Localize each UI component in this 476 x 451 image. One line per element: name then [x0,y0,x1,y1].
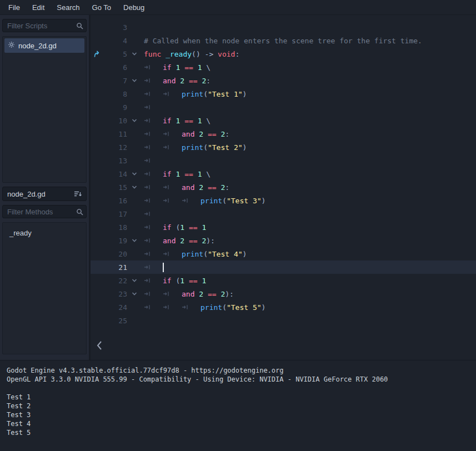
code-line-text: and 2 == 2: [142,183,229,192]
tab-indicator-icon [144,64,163,70]
line-number: 23 [103,290,127,298]
code-line-19[interactable]: 19and 2 == 2): [91,234,476,247]
code-line-24[interactable]: 24print("Test 5") [91,300,476,314]
code-line-14[interactable]: 14if 1 == 1 \ [91,167,476,181]
output-line: OpenGL API 3.3.0 NVIDIA 555.99 - Compati… [7,375,469,384]
code-line-text: if (1 == 1 [142,223,206,232]
tab-indicator-icon [144,251,163,257]
code-line-17[interactable]: 17 [91,207,476,221]
output-line: Test 5 [7,428,469,437]
code-line-8[interactable]: 8print("Test 1") [91,87,476,101]
menu-item-edit[interactable]: Edit [26,1,51,14]
tab-indicator-icon [163,291,182,297]
fold-arrow-icon[interactable] [127,238,142,243]
collapse-sidebar-button[interactable] [94,339,105,352]
output-line: Test 2 [7,402,469,410]
scripts-list: node_2d.gd [2,36,87,183]
menu-bar: FileEditSearchGo ToDebug [0,0,476,15]
gear-icon [8,41,15,50]
code-line-7[interactable]: 7and 2 == 2: [91,74,476,87]
filter-scripts-box [2,19,87,32]
code-line-text: if (1 == 1 [142,277,206,285]
output-line: Test 1 [7,393,469,402]
fold-arrow-icon[interactable] [127,78,142,83]
code-line-text: and 2 == 2: [142,130,229,138]
code-line-text: # Called when the node enters the scene … [142,37,422,45]
tab-indicator-icon [144,264,163,270]
code-line-text: print("Test 2") [142,143,247,152]
line-number: 21 [103,263,127,272]
filter-scripts-input[interactable] [2,19,87,32]
code-line-6[interactable]: 6if 1 == 1 \ [91,61,476,74]
code-line-16[interactable]: 16print("Test 3") [91,194,476,207]
tab-indicator-icon [163,184,182,190]
code-line-text: func _ready() -> void: [142,50,239,58]
current-script-name: node_2d.gd [2,187,87,201]
tab-indicator-icon [144,118,163,123]
line-number: 22 [103,277,127,285]
fold-arrow-icon[interactable] [127,118,142,123]
script-item-node_2d.gd[interactable]: node_2d.gd [4,38,84,53]
method-override-icon [91,51,103,58]
fold-arrow-icon[interactable] [127,52,142,56]
tab-indicator-icon [144,184,163,190]
code-line-21[interactable]: 21 [91,260,476,274]
code-line-text: if 1 == 1 \ [142,170,211,178]
line-number: 16 [103,197,127,205]
tab-indicator-icon [144,158,163,163]
sort-methods-button[interactable] [74,191,82,197]
menu-item-go-to[interactable]: Go To [86,1,117,14]
method-item-_ready[interactable]: _ready [3,225,86,241]
line-number: 18 [103,223,127,232]
tab-indicator-icon [144,144,163,150]
text-cursor [163,263,164,272]
methods-list: _ready [2,222,87,354]
tab-indicator-icon [144,304,163,310]
menu-item-debug[interactable]: Debug [117,1,151,14]
filter-methods-input[interactable] [2,205,87,218]
code-line-12[interactable]: 12print("Test 2") [91,141,476,154]
code-line-9[interactable]: 9 [91,101,476,114]
code-line-22[interactable]: 22if (1 == 1 [91,274,476,287]
code-line-13[interactable]: 13 [91,154,476,167]
code-line-4[interactable]: 4# Called when the node enters the scene… [91,34,476,47]
menu-item-file[interactable]: File [2,1,26,14]
script-editor: node_2d.gd node_2d.gd _ready 34# Called … [0,15,476,360]
code-line-text [142,104,163,110]
fold-arrow-icon[interactable] [127,278,142,283]
code-line-text [142,211,163,217]
code-line-15[interactable]: 15and 2 == 2: [91,181,476,194]
code-line-3[interactable]: 3 [91,21,476,34]
tab-indicator-icon [163,131,182,137]
code-line-23[interactable]: 23and 2 == 2): [91,287,476,300]
code-line-5[interactable]: 5func _ready() -> void: [91,47,476,61]
code-line-18[interactable]: 18if (1 == 1 [91,221,476,234]
tab-indicator-icon [182,304,201,310]
code-line-text: and 2 == 2): [142,237,215,245]
menu-item-search[interactable]: Search [51,1,86,14]
tab-indicator-icon [144,91,163,97]
line-number: 10 [103,117,127,125]
output-line: Test 3 [7,410,469,419]
code-lines: 34# Called when the node enters the scen… [91,21,476,327]
code-line-25[interactable]: 25 [91,314,476,327]
fold-arrow-icon[interactable] [127,172,142,176]
code-line-11[interactable]: 11and 2 == 2: [91,127,476,141]
search-icon [76,208,83,218]
tab-indicator-icon [144,78,163,83]
fold-arrow-icon[interactable] [127,185,142,189]
line-number: 20 [103,250,127,258]
tab-indicator-icon [144,131,163,137]
code-editor[interactable]: 34# Called when the node enters the scen… [91,15,476,360]
code-line-10[interactable]: 10if 1 == 1 \ [91,114,476,127]
code-line-text: print("Test 4") [142,250,247,258]
code-line-text: if 1 == 1 \ [142,63,211,72]
tab-indicator-icon [144,104,163,110]
fold-arrow-icon[interactable] [127,292,142,296]
output-panel: Godot Engine v4.3.stable.official.77dcf9… [0,360,476,451]
code-line-text: if 1 == 1 \ [142,117,211,125]
code-line-text: and 2 == 2): [142,290,234,298]
code-line-20[interactable]: 20print("Test 4") [91,247,476,260]
line-number: 13 [103,157,127,165]
line-number: 14 [103,170,127,178]
